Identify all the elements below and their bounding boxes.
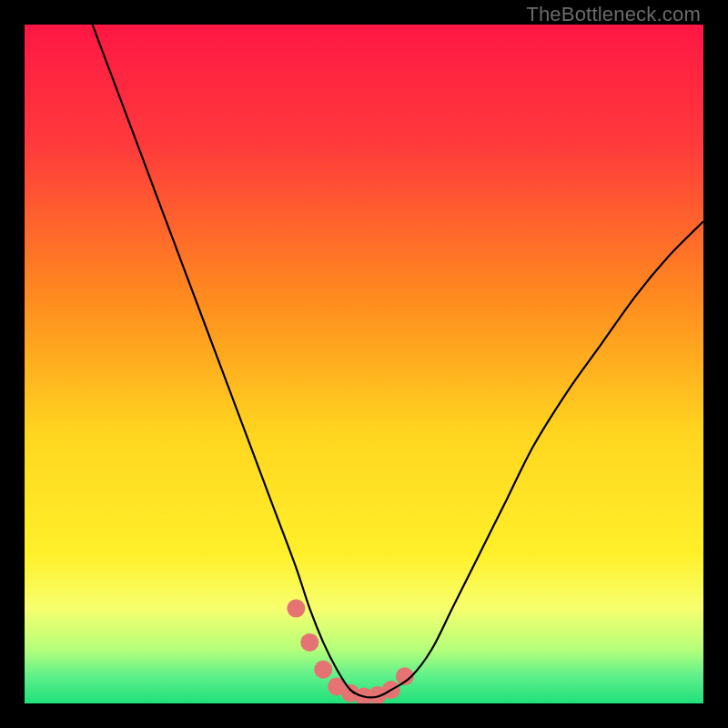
gradient-rect <box>25 25 703 703</box>
chart-frame <box>25 25 703 703</box>
watermark-text: TheBottleneck.com <box>526 3 701 26</box>
chart-background-gradient <box>25 25 703 703</box>
